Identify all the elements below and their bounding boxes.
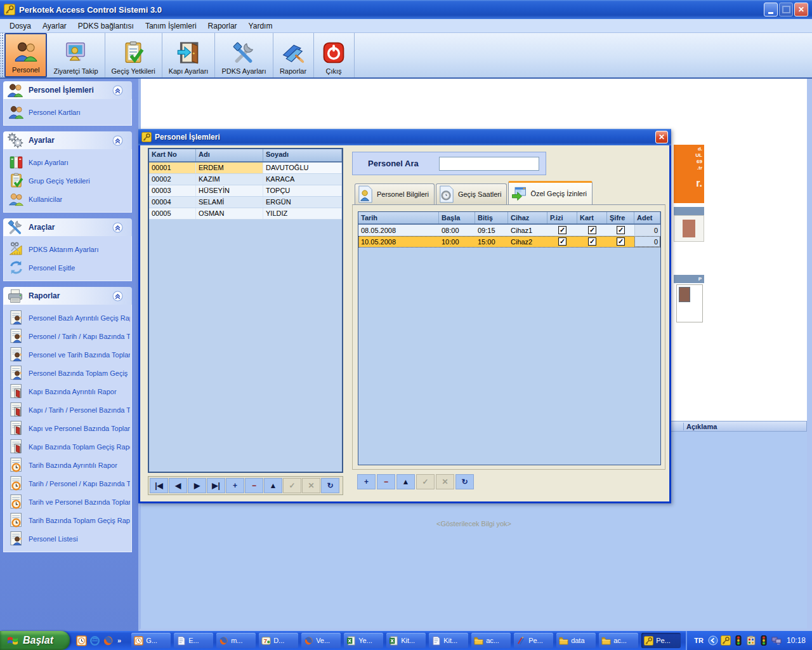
menu-tan-m-i-lemleri[interactable]: Tanım İşlemleri xyxy=(140,20,202,32)
sidebar-item-tarih-personel-kap-baz-nda-to[interactable]: Tarih / Personel / Kapı Bazında To... xyxy=(6,474,130,493)
chevron-up-icon[interactable] xyxy=(112,222,123,233)
menu-raporlar[interactable]: Raporlar xyxy=(202,20,243,32)
sidebar-item-personel-kartlar[interactable]: Personel Kartları xyxy=(6,103,130,121)
quicklaunch-firefox-icon[interactable] xyxy=(103,635,114,646)
sidebar-item-kap-ayarlar[interactable]: Kapı Ayarları xyxy=(6,153,130,171)
sidebar-item-tarih-ve-personel-baz-nda-topl[interactable]: Tarih ve Personel Bazında Toplam... xyxy=(6,493,130,511)
grid-column-kart[interactable]: Kart xyxy=(577,212,607,223)
taskbar-button-6-ye[interactable]: Ye... xyxy=(344,633,383,648)
tray-chevron-circle-icon[interactable] xyxy=(708,635,718,646)
chevron-up-icon[interactable] xyxy=(112,291,123,302)
grid-add-button[interactable]: + xyxy=(357,474,376,489)
toolbar-k-button[interactable]: Çıkış xyxy=(314,33,355,77)
chevron-up-icon[interactable] xyxy=(112,135,123,146)
permission-row[interactable]: 08.05.200808:0009:15Cihaz1✓✓✓0 xyxy=(358,225,660,236)
column-header-soyad[interactable]: Soyadı xyxy=(263,149,342,161)
menu-ayarlar[interactable]: Ayarlar xyxy=(37,20,72,32)
sidebar-item-kap-baz-nda-ayr-nt-l-rapor[interactable]: Kapı Bazında Ayrıntılı Rapor xyxy=(6,382,130,401)
toolbar-kap-ayarlar-button[interactable]: Kapı Ayarları xyxy=(162,33,216,77)
taskbar-button-9-ac[interactable]: ac... xyxy=(471,633,511,648)
tray-key-icon[interactable] xyxy=(721,635,731,646)
toolbar-raporlar-button[interactable]: Raporlar xyxy=(273,33,314,77)
sidebar-item-personel-listesi[interactable]: Personel Listesi xyxy=(6,529,130,548)
taskbar-button-11-data[interactable]: data xyxy=(556,633,596,648)
taskbar-button-7-kit[interactable]: Kit... xyxy=(386,633,426,648)
menu-yard-m[interactable]: Yardım xyxy=(243,20,278,32)
grid-column-p-izi[interactable]: P.izi xyxy=(547,212,577,223)
delete-record-button[interactable]: − xyxy=(245,478,263,493)
sidebar-item-kap-tarih-personel-baz-nda-to[interactable]: Kapı / Tarih / Personel Bazında To... xyxy=(6,401,130,419)
prev-record-button[interactable]: ◀ xyxy=(169,478,187,493)
next-record-button[interactable]: ▶ xyxy=(188,478,206,493)
pizi-checkbox[interactable]: ✓ xyxy=(558,237,566,246)
last-record-button[interactable]: ▶| xyxy=(207,478,225,493)
add-record-button[interactable]: + xyxy=(226,478,244,493)
taskbar-button-3-m[interactable]: m... xyxy=(216,633,256,648)
grid-column-adet[interactable]: Adet xyxy=(634,212,660,223)
sifre-checkbox[interactable]: ✓ xyxy=(617,237,625,246)
tray-clipboard-tray-icon[interactable] xyxy=(746,635,756,646)
quicklaunch-overflow-chevron[interactable]: » xyxy=(117,637,121,644)
personnel-row[interactable]: 00001ERDEMDAVUTOĞLU xyxy=(149,162,342,174)
pizi-checkbox[interactable]: ✓ xyxy=(558,226,566,234)
grid-column-ba-la[interactable]: Başla xyxy=(439,212,475,223)
search-input[interactable] xyxy=(439,157,539,171)
sidebar-item-tarih-baz-nda-toplam-ge-i-rapo[interactable]: Tarih Bazında Toplam Geçiş Raporu xyxy=(6,511,130,529)
toolbar-pdks-ayarlar-button[interactable]: PDKS Ayarları xyxy=(215,33,273,77)
refresh-record-button[interactable]: ↻ xyxy=(321,478,339,493)
column-header-ad[interactable]: Adı xyxy=(196,149,263,161)
grid-column-biti[interactable]: Bitiş xyxy=(475,212,508,223)
permission-row[interactable]: 10.05.200810:0015:00Cihaz2✓✓✓0 xyxy=(358,236,660,248)
sidebar-item-kullanicilar[interactable]: Kullanicilar xyxy=(6,190,130,208)
tray-network-icon[interactable] xyxy=(771,635,782,646)
sidebar-item-pdks-aktar-m-ayarlar[interactable]: PDKS Aktarım Ayarları xyxy=(6,240,130,258)
start-button[interactable]: Başlat xyxy=(0,631,70,650)
sidebar-header-ayarlar[interactable]: Ayarlar xyxy=(3,131,132,149)
dialog-titlebar[interactable]: Personel İşlemleri ✕ xyxy=(138,129,671,145)
tab-ge-i-saatleri[interactable]: Geçiş Saatleri xyxy=(436,183,507,204)
edit-record-button[interactable]: ▲ xyxy=(264,478,282,493)
quicklaunch-clock-orange-icon[interactable] xyxy=(76,635,87,646)
sidebar-item-kap-baz-nda-toplam-ge-i-raporu[interactable]: Kapı Bazında Toplam Geçiş Raporu xyxy=(6,437,130,456)
sifre-checkbox[interactable]: ✓ xyxy=(617,226,625,234)
taskbar-button-12-ac[interactable]: ac... xyxy=(599,633,638,648)
dialog-close-button[interactable]: ✕ xyxy=(655,131,668,143)
personnel-row[interactable]: 00004SELAMİERGÜN xyxy=(149,197,342,208)
chevron-up-icon[interactable] xyxy=(112,85,123,96)
kart-checkbox[interactable]: ✓ xyxy=(588,226,596,234)
sidebar-header-personel-i-lemleri[interactable]: Personel İşlemleri xyxy=(3,81,132,99)
tab-personel-bilgileri[interactable]: Personel Bilgileri xyxy=(355,183,435,204)
column-header-kart-no[interactable]: Kart No xyxy=(149,149,196,161)
close-button[interactable]: ✕ xyxy=(794,3,808,17)
tray-traffic-light-icon[interactable] xyxy=(733,635,743,646)
sidebar-header-raporlar[interactable]: Raporlar xyxy=(3,287,132,305)
taskbar-button-1-g[interactable]: G... xyxy=(131,633,171,648)
sidebar-item-grup-ge-i-yetkileri[interactable]: Grup Geçiş Yetkileri xyxy=(6,171,130,190)
sidebar-item-personel-e-itle[interactable]: Personel Eşitle xyxy=(6,258,130,277)
toolbar-personel-button[interactable]: Personel xyxy=(4,33,47,77)
grid-refresh-button[interactable]: ↻ xyxy=(455,474,474,489)
taskbar-button-4-d[interactable]: 7D... xyxy=(259,633,298,648)
minimize-button[interactable] xyxy=(764,3,778,17)
taskbar-button-8-kit[interactable]: Kit... xyxy=(429,633,468,648)
toolbar-grip[interactable] xyxy=(0,33,4,77)
grid-column-ifre[interactable]: Şifre xyxy=(607,212,634,223)
sidebar-item-tarih-baz-nda-ayr-nt-l-rapor[interactable]: Tarih Bazında Ayrıntılı Rapor xyxy=(6,456,130,474)
personnel-row[interactable]: 00003HÜSEYİNTOPÇU xyxy=(149,185,342,197)
quicklaunch-ie-icon[interactable] xyxy=(89,635,100,646)
taskbar-button-10-pe[interactable]: Pe... xyxy=(514,633,553,648)
first-record-button[interactable]: |◀ xyxy=(150,478,168,493)
grid-column-cihaz[interactable]: Cihaz xyxy=(508,212,547,223)
tray-traffic-light-icon[interactable] xyxy=(759,635,769,646)
personnel-row[interactable]: 00005OSMANYILDIZ xyxy=(149,208,342,220)
kart-checkbox[interactable]: ✓ xyxy=(588,237,596,246)
sidebar-item-personel-ve-tarih-baz-nda-topl[interactable]: Personel ve Tarih Bazında Toplam... xyxy=(6,345,130,364)
menu-dosya[interactable]: Dosya xyxy=(4,20,37,32)
sidebar-item-personel-bazl-ayr-nt-l-ge-i-ra[interactable]: Personel Bazlı Ayrıntılı Geçiş Raporu xyxy=(6,308,130,327)
sidebar-header-ara-lar[interactable]: Araçlar xyxy=(3,218,132,236)
tab-zel-ge-i-i-zinleri[interactable]: Özel Geçiş İzinleri xyxy=(508,181,593,204)
toolbar-ziyaret-i-takip-button[interactable]: Ziyaretçi Takip xyxy=(47,33,105,77)
sidebar-item-kap-ve-personel-baz-nda-toplam[interactable]: Kapı ve Personel Bazında Toplam ... xyxy=(6,419,130,437)
sidebar-item-personel-baz-nda-toplam-ge-i-r[interactable]: Personel Bazında Toplam Geçiş R... xyxy=(6,364,130,382)
menu-pdks-ba-lant-s[interactable]: PDKS bağlantısı xyxy=(72,20,140,32)
